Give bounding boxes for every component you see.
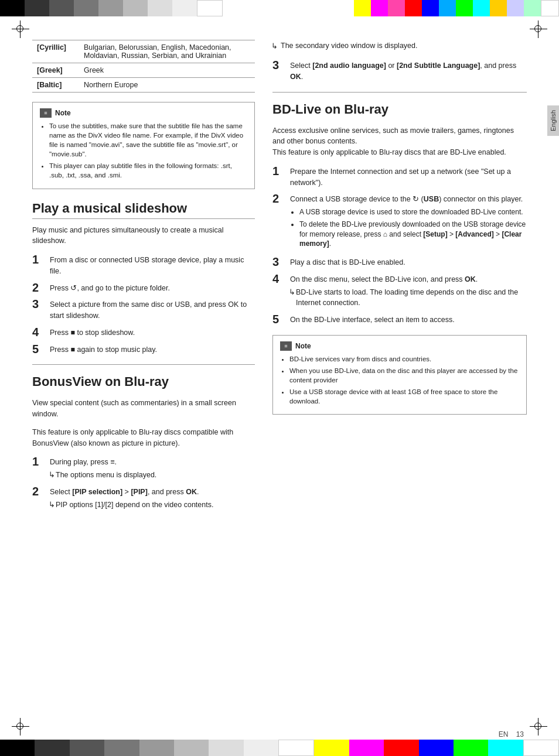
table-key-greek: [Greek]	[32, 63, 79, 78]
bv-step-num-1: 1	[32, 456, 44, 481]
right-step-content-3: Select [2nd audio language] or [2nd Subt…	[290, 59, 527, 83]
note-list-right: BD-Live services vary from discs and cou…	[280, 354, 519, 406]
bonusview-intro1: View special content (such as commentari…	[32, 398, 255, 420]
note-right-item-2: When you use BD-Live, data on the disc a…	[289, 366, 519, 385]
slideshow-step-4: 4 Press ■ to stop slideshow.	[32, 326, 255, 338]
page-content: [Cyrillic] Bulgarian, Belorussian, Engli…	[32, 40, 527, 727]
note-box-left: ≡ Note To use the subtitles, make sure t…	[32, 102, 255, 189]
bdlive-bullet-2: To delete the BD-Live previously downloa…	[299, 220, 527, 249]
bdlive-step-4: 4 On the disc menu, select the BD-Live i…	[272, 273, 527, 309]
note-box-right: ≡ Note BD-Live services vary from discs …	[272, 335, 527, 415]
bdlive-step-num-5: 5	[272, 313, 284, 326]
bv-step-content-2: Select [PIP selection] > [PIP], and pres…	[50, 485, 255, 511]
bv-step-text-2: Select [PIP selection] > [PIP], and pres…	[50, 488, 199, 496]
bdlive-step-num-3: 3	[272, 256, 284, 268]
bdlive-step-2: 2 Connect a USB storage device to the ↻ …	[272, 193, 527, 251]
section-bonusview: BonusView on Blu-ray View special conten…	[32, 374, 255, 510]
bdlive-step-content-2: Connect a USB storage device to the ↻ (U…	[290, 193, 527, 251]
note-header-left: ≡ Note	[40, 108, 247, 118]
note-icon-right: ≡	[280, 341, 292, 351]
right-step-3: 3 Select [2nd audio language] or [2nd Su…	[272, 59, 527, 83]
right-step-text-3: Select [2nd audio language] or [2nd Subt…	[290, 61, 516, 81]
reg-mark-br	[530, 718, 547, 736]
bdlive-title: BD-Live on Blu-ray	[272, 102, 527, 119]
right-column: The secondary video window is displayed.…	[272, 40, 527, 727]
step-num-3: 3	[32, 298, 44, 321]
bdlive-step-1: 1 Prepare the Internet connection and se…	[272, 165, 527, 189]
bdlive-step-3: 3 Play a disc that is BD-Live enabled.	[272, 256, 527, 268]
step-content-2: Press ↺, and go to the picture folder.	[50, 282, 255, 294]
secondary-video-result: The secondary video window is displayed.	[272, 42, 527, 50]
bonusview-step-1: 1 During play, press ≡. The options menu…	[32, 456, 255, 481]
note-item-1: To use the subtitles, make sure that the…	[49, 121, 247, 159]
table-row: [Cyrillic] Bulgarian, Belorussian, Engli…	[32, 40, 255, 63]
bdlive-step-num-1: 1	[272, 165, 284, 189]
bv-step-text-1: During play, press ≡.	[50, 458, 117, 466]
left-column: [Cyrillic] Bulgarian, Belorussian, Engli…	[32, 40, 255, 727]
step-content-4: Press ■ to stop slideshow.	[50, 326, 255, 338]
note-right-item-3: Use a USB storage device with at least 1…	[289, 387, 519, 406]
note-label-left: Note	[55, 109, 71, 117]
slideshow-step-1: 1 From a disc or connected USB storage d…	[32, 254, 255, 277]
slideshow-step-2: 2 Press ↺, and go to the picture folder.	[32, 282, 255, 294]
table-row: [Baltic] Northern Europe	[32, 78, 255, 93]
table-row: [Greek] Greek	[32, 63, 255, 78]
note-label-right: Note	[295, 342, 311, 350]
step-content-1: From a disc or connected USB storage dev…	[50, 254, 255, 277]
step-num-4: 4	[32, 326, 44, 338]
table-key-baltic: [Baltic]	[32, 78, 79, 93]
slideshow-step-5: 5 Press ■ again to stop music play.	[32, 343, 255, 355]
section-slideshow: Play a musical slideshow Play music and …	[32, 201, 255, 355]
bdlive-step-content-3: Play a disc that is BD-Live enabled.	[290, 256, 527, 268]
bonusview-intro2: This feature is only applicable to Blu-r…	[32, 427, 255, 449]
bdlive-step-content-1: Prepare the Internet connection and set …	[290, 165, 527, 189]
step-num-2: 2	[32, 282, 44, 294]
divider-1	[32, 364, 255, 365]
step-num-5: 5	[32, 343, 44, 355]
note-list-left: To use the subtitles, make sure that the…	[40, 121, 247, 180]
language-table: [Cyrillic] Bulgarian, Belorussian, Engli…	[32, 40, 255, 93]
bdlive-step-text-4: On the disc menu, select the BD-Live ico…	[290, 275, 478, 283]
page-footer: EN 13	[499, 730, 524, 738]
bdlive-step-content-4: On the disc menu, select the BD-Live ico…	[290, 273, 527, 309]
bdlive-step-num-2: 2	[272, 193, 284, 251]
footer-lang: EN	[499, 730, 509, 738]
table-key-cyrillic: [Cyrillic]	[32, 40, 79, 63]
step-content-5: Press ■ again to stop music play.	[50, 343, 255, 355]
color-bars-top-right	[354, 0, 559, 16]
reg-mark-tl	[12, 20, 29, 38]
step-content-3: Select a picture from the same disc or U…	[50, 298, 255, 321]
bdlive-bullet-1: A USB storage device is used to store th…	[299, 207, 527, 217]
note-header-right: ≡ Note	[280, 341, 519, 351]
bdlive-intro: Access exclusive online services, such a…	[272, 125, 527, 158]
english-tab: English	[547, 105, 559, 136]
note-item-2: This player can play subtitle files in t…	[49, 161, 247, 180]
reg-mark-tr	[530, 20, 547, 38]
bdlive-step-text-2: Connect a USB storage device to the ↻ (U…	[290, 195, 523, 203]
reg-mark-bl	[12, 718, 29, 736]
divider-right	[272, 92, 527, 93]
slideshow-step-3: 3 Select a picture from the same disc or…	[32, 298, 255, 321]
bv-step-result-2: PIP options [1]/[2] depend on the video …	[50, 500, 255, 511]
table-value-baltic: Northern Europe	[79, 78, 255, 93]
slideshow-title: Play a musical slideshow	[32, 201, 255, 219]
bdlive-subbullets: A USB storage device is used to store th…	[290, 207, 527, 249]
table-value-greek: Greek	[79, 63, 255, 78]
bdlive-step-num-4: 4	[272, 273, 284, 309]
note-icon-left: ≡	[40, 108, 52, 118]
section-bdlive: BD-Live on Blu-ray Access exclusive onli…	[272, 102, 527, 326]
bdlive-step-content-5: On the BD-Live interface, select an item…	[290, 313, 527, 326]
bv-step-result-1: The options menu is displayed.	[50, 470, 255, 481]
step-num-1: 1	[32, 254, 44, 277]
color-bars-top	[0, 0, 223, 16]
note-right-item-1: BD-Live services vary from discs and cou…	[289, 354, 519, 364]
right-step-num-3: 3	[272, 59, 284, 83]
bdlive-step-result-4: BD-Live starts to load. The loading time…	[290, 287, 527, 309]
bonusview-title: BonusView on Blu-ray	[32, 374, 255, 392]
bdlive-step-5: 5 On the BD-Live interface, select an it…	[272, 313, 527, 326]
bv-step-content-1: During play, press ≡. The options menu i…	[50, 456, 255, 481]
color-bars-bottom	[0, 740, 559, 756]
slideshow-intro: Play music and pictures simultaneously t…	[32, 225, 255, 247]
bv-step-num-2: 2	[32, 485, 44, 511]
footer-page: 13	[516, 730, 524, 738]
